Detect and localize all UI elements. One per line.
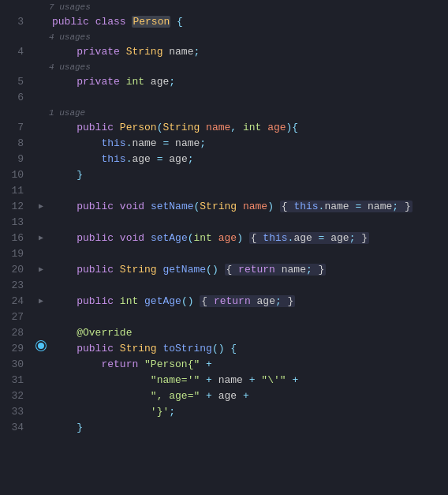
line-num-27: 27 <box>0 309 33 325</box>
code-line-10: 10 } <box>0 167 448 183</box>
code-line-16: 16 ▶ public void setAge(int age) { this.… <box>0 231 448 246</box>
code-line-19: 19 <box>0 246 448 262</box>
code-line-33: 33 '}'; <box>0 404 448 420</box>
line-content-12: public void setName(String name) { this.… <box>49 199 448 215</box>
line-num-28: 28 <box>0 325 33 341</box>
line-content-28: @Override <box>49 325 448 341</box>
line-num-13: 13 <box>0 215 33 231</box>
code-line-23: 23 <box>0 278 448 294</box>
hint-text: 4 usages <box>49 62 91 72</box>
code-line-30: 30 return "Person{" + <box>0 357 448 373</box>
line-num-8: 8 <box>0 136 33 152</box>
line-num-23: 23 <box>0 278 33 294</box>
chevron-icon-20: ▶ <box>39 262 43 278</box>
line-num-20: 20 <box>0 262 33 278</box>
line-num-5: 5 <box>0 74 33 90</box>
line-num-4: 4 <box>0 44 33 60</box>
chevron-icon-12: ▶ <box>39 199 43 215</box>
hint-text: 7 usages <box>49 2 91 12</box>
code-editor: 7 usages 3 public class Person { 4 usage… <box>0 0 448 495</box>
hint-text: 1 usage <box>49 108 85 118</box>
code-line-11: 11 <box>0 183 448 199</box>
line-content-32: ", age=" + age + <box>49 388 448 404</box>
hint-line: 7 usages <box>0 0 448 14</box>
code-line-24: 24 ▶ public int getAge() { return age; } <box>0 294 448 309</box>
line-content-8: this.name = name; <box>49 136 448 152</box>
line-content-4: private String name; <box>49 44 448 60</box>
line-content-10: } <box>49 167 448 183</box>
line-num-19: 19 <box>0 246 33 262</box>
line-content-34: } <box>49 420 448 436</box>
debug-breakpoint-icon[interactable] <box>36 341 46 351</box>
hint-text: 4 usages <box>49 32 91 42</box>
code-area[interactable]: 7 usages 3 public class Person { 4 usage… <box>0 0 448 495</box>
code-line-12: 12 ▶ public void setName(String name) { … <box>0 199 448 215</box>
line-num-33: 33 <box>0 404 33 420</box>
line-content-24: public int getAge() { return age; } <box>49 294 448 309</box>
code-line-9: 9 this.age = age; <box>0 152 448 167</box>
line-content-33: '}'; <box>49 404 448 420</box>
line-content-29: public String toString() { <box>49 341 448 357</box>
hint-line-1usage: 1 usage <box>0 106 448 120</box>
line-num-32: 32 <box>0 388 33 404</box>
line-content-16: public void setAge(int age) { this.age =… <box>49 231 448 246</box>
line-content-3: public class Person { <box>49 14 448 30</box>
line-num-6: 6 <box>0 90 33 106</box>
line-num-3: 3 <box>0 14 33 30</box>
line-num-30: 30 <box>0 357 33 373</box>
line-content-9: this.age = age; <box>49 152 448 167</box>
code-line-34: 34 } <box>0 420 448 436</box>
line-num-10: 10 <box>0 167 33 183</box>
chevron-icon-24: ▶ <box>39 294 43 309</box>
line-content-30: return "Person{" + <box>49 357 448 373</box>
code-line-13: 13 <box>0 215 448 231</box>
line-num-12: 12 <box>0 199 33 215</box>
line-content-7: public Person(String name, int age){ <box>49 120 448 136</box>
code-line-5: 5 private int age; <box>0 74 448 90</box>
line-content-5: private int age; <box>49 74 448 90</box>
code-line-27: 27 <box>0 309 448 325</box>
line-num-24: 24 <box>0 294 33 309</box>
code-line-4: 4 private String name; <box>0 44 448 60</box>
line-num-29: 29 <box>0 341 33 357</box>
line-num-11: 11 <box>0 183 33 199</box>
line-num-9: 9 <box>0 152 33 167</box>
line-num-7: 7 <box>0 120 33 136</box>
code-line-29: 29 public String toString() { <box>0 341 448 357</box>
code-line-28: 28 @Override <box>0 325 448 341</box>
code-line-31: 31 "name='" + name + "\'" + <box>0 373 448 388</box>
line-content-31: "name='" + name + "\'" + <box>49 373 448 388</box>
line-num-34: 34 <box>0 420 33 436</box>
line-content-20: public String getName() { return name; } <box>49 262 448 278</box>
code-line-20: 20 ▶ public String getName() { return na… <box>0 262 448 278</box>
chevron-icon-16: ▶ <box>39 231 43 246</box>
code-line-6: 6 <box>0 90 448 106</box>
line-num-16: 16 <box>0 231 33 246</box>
code-line-32: 32 ", age=" + age + <box>0 388 448 404</box>
code-line-3: 3 public class Person { <box>0 14 448 30</box>
line-num-31: 31 <box>0 373 33 388</box>
hint-line-4usages-2: 4 usages <box>0 60 448 74</box>
code-line-8: 8 this.name = name; <box>0 136 448 152</box>
code-line-7: 7 public Person(String name, int age){ <box>0 120 448 136</box>
hint-line-4usages-1: 4 usages <box>0 30 448 44</box>
